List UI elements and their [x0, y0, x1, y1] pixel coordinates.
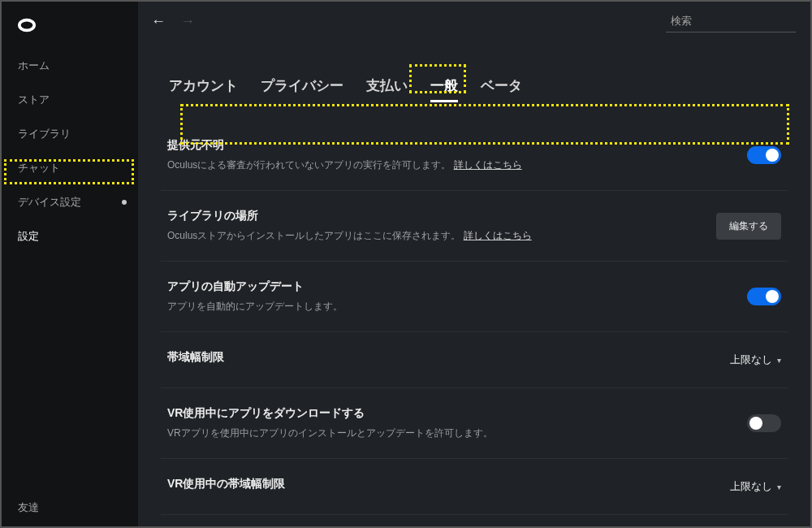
- sidebar-item-device-settings[interactable]: デバイス設定: [2, 185, 138, 219]
- row-title: 帯域幅制限: [167, 350, 710, 365]
- chevron-down-icon: ▾: [777, 356, 781, 365]
- sidebar: ホーム ストア ライブラリ チャット デバイス設定 設定 友達: [2, 2, 138, 526]
- row-unknown-sources: 提供元不明 Oculusによる審査が行われていないアプリの実行を許可します。 詳…: [161, 120, 788, 191]
- sidebar-item-library[interactable]: ライブラリ: [2, 117, 138, 151]
- sidebar-item-label: 友達: [18, 501, 39, 513]
- sidebar-item-chat[interactable]: チャット: [2, 151, 138, 185]
- topbar: ← → 検索: [138, 2, 810, 41]
- row-title: 提供元不明: [167, 138, 728, 153]
- search-placeholder: 検索: [671, 15, 692, 27]
- sidebar-item-label: デバイス設定: [18, 196, 81, 208]
- toggle-auto-update[interactable]: [747, 288, 781, 305]
- sidebar-item-home[interactable]: ホーム: [2, 49, 138, 83]
- sidebar-item-label: チャット: [18, 162, 60, 174]
- bandwidth-dropdown[interactable]: 上限なし▾: [730, 353, 781, 367]
- row-auto-update: アプリの自動アップデート アプリを自動的にアップデートします。: [161, 262, 788, 332]
- sidebar-item-label: 設定: [18, 230, 39, 242]
- search-input[interactable]: 検索: [666, 11, 796, 32]
- settings-tabs: アカウント プライバシー 支払い 一般 ベータ: [169, 71, 788, 102]
- toggle-unknown-sources[interactable]: [747, 146, 781, 164]
- tab-account[interactable]: アカウント: [169, 71, 238, 102]
- sidebar-item-label: ストア: [18, 93, 50, 106]
- row-desc: Oculusストアからインストールしたアプリはここに保存されます。 詳しくはこち…: [167, 228, 697, 243]
- learn-more-link[interactable]: 詳しくはこちら: [454, 159, 522, 171]
- notification-dot-icon: [122, 200, 127, 205]
- sidebar-item-friends[interactable]: 友達: [2, 489, 138, 526]
- back-icon[interactable]: ←: [151, 13, 166, 30]
- row-vr-bandwidth: VR使用中の帯域幅制限 上限なし▾: [161, 459, 788, 515]
- edit-button[interactable]: 編集する: [716, 213, 781, 240]
- row-title: アプリの自動アップデート: [167, 279, 728, 294]
- row-title: VR使用中の帯域幅制限: [167, 477, 710, 491]
- tab-general[interactable]: 一般: [430, 71, 458, 102]
- row-bandwidth: 帯域幅制限 上限なし▾: [161, 332, 788, 388]
- tab-privacy[interactable]: プライバシー: [261, 71, 343, 102]
- row-desc: アプリを自動的にアップデートします。: [167, 299, 728, 314]
- row-notifications[interactable]: お知らせの設定 お知らせの設定を指定します。: [161, 515, 788, 526]
- row-title: ライブラリの場所: [167, 209, 697, 223]
- row-desc: Oculusによる審査が行われていないアプリの実行を許可します。 詳しくはこちら: [167, 158, 728, 172]
- settings-content: アカウント プライバシー 支払い 一般 ベータ 提供元不明 Oculusによる審…: [138, 41, 810, 526]
- sidebar-item-store[interactable]: ストア: [2, 83, 138, 117]
- learn-more-link[interactable]: 詳しくはこちら: [464, 230, 532, 241]
- main-panel: ← → 検索 アカウント プライバシー 支払い 一般 ベータ 提供元不明: [138, 2, 810, 526]
- tab-payment[interactable]: 支払い: [366, 71, 408, 102]
- row-library-location: ライブラリの場所 Oculusストアからインストールしたアプリはここに保存されま…: [161, 191, 788, 262]
- sidebar-item-label: ホーム: [18, 59, 50, 71]
- sidebar-item-settings[interactable]: 設定: [2, 219, 138, 253]
- toggle-vr-download[interactable]: [747, 414, 781, 432]
- oculus-logo-icon: [18, 16, 36, 34]
- svg-point-0: [19, 20, 34, 31]
- row-vr-download: VR使用中にアプリをダウンロードする VRアプリを使用中にアプリのインストールと…: [161, 388, 788, 459]
- row-title: VR使用中にアプリをダウンロードする: [167, 406, 728, 421]
- tab-beta[interactable]: ベータ: [481, 71, 522, 102]
- sidebar-item-label: ライブラリ: [18, 128, 71, 140]
- forward-icon[interactable]: →: [180, 13, 195, 30]
- row-desc: VRアプリを使用中にアプリのインストールとアップデートを許可します。: [167, 426, 728, 440]
- chevron-down-icon: ▾: [777, 483, 781, 491]
- vr-bandwidth-dropdown[interactable]: 上限なし▾: [730, 479, 781, 494]
